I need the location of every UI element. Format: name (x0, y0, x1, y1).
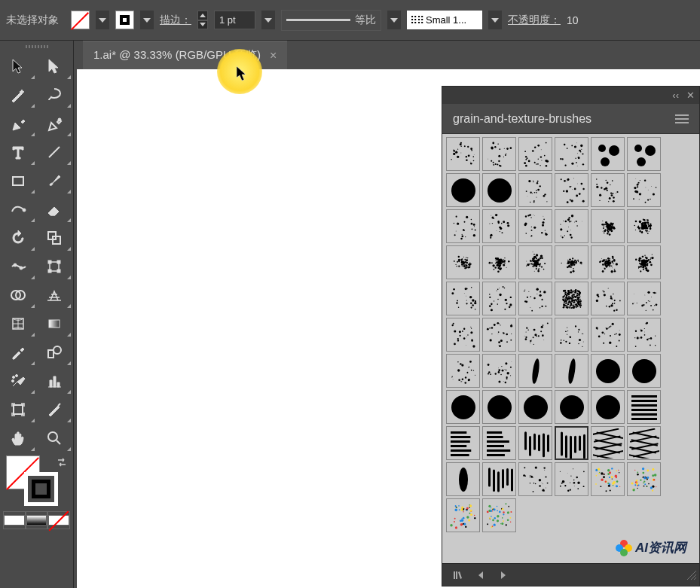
magic-wand-tool[interactable] (0, 81, 36, 109)
brush-dust-2[interactable] (482, 318, 516, 352)
zoom-tool[interactable] (36, 424, 72, 452)
brush-dust-1[interactable] (446, 318, 480, 352)
stroke-indicator[interactable] (24, 472, 58, 506)
perspective-grid-tool[interactable] (36, 281, 72, 309)
gradient-mode[interactable] (26, 511, 48, 529)
type-tool[interactable] (0, 138, 36, 166)
brush-weave-1[interactable] (591, 426, 625, 460)
brush-sparse-2[interactable] (627, 282, 661, 315)
brush-bars-2[interactable] (555, 426, 588, 460)
width-tool[interactable] (0, 252, 36, 281)
brush-dust-6[interactable] (627, 318, 661, 352)
brush-noise-2[interactable] (482, 209, 516, 243)
opacity-label[interactable]: 不透明度： (508, 14, 561, 27)
brush-dots-big[interactable] (591, 137, 625, 171)
brush-cluster-6[interactable] (627, 245, 661, 279)
profile-dropdown[interactable] (387, 11, 401, 29)
brush-stroke-1[interactable] (518, 354, 552, 388)
brush-haze-2[interactable] (482, 282, 516, 315)
brush-sparse-1[interactable] (591, 282, 625, 315)
panel-menu-icon[interactable] (675, 114, 689, 123)
brush-definition[interactable]: ⠿⠿ Small 1... (407, 11, 482, 29)
brush-disc-6[interactable] (555, 390, 588, 424)
brush-spatter-2[interactable] (482, 137, 516, 171)
brush-dust-5[interactable] (591, 318, 625, 352)
step-down-icon[interactable] (197, 20, 208, 30)
stroke-weight-stepper[interactable] (197, 11, 208, 29)
brush-fleck-2[interactable] (482, 354, 516, 388)
brush-disc-4[interactable] (482, 390, 516, 424)
brush-dust-3[interactable] (518, 318, 552, 352)
fill-dropdown[interactable] (96, 11, 109, 29)
brush-confetti-2[interactable] (627, 462, 661, 496)
stroke-weight-input[interactable] (214, 11, 255, 29)
brush-confetti-3[interactable] (446, 498, 480, 532)
next-icon[interactable] (498, 570, 509, 580)
color-mode[interactable] (3, 511, 26, 529)
brush-dropdown[interactable] (488, 11, 502, 29)
brush-noise-1[interactable] (446, 209, 480, 243)
close-tab-icon[interactable]: × (270, 49, 277, 62)
stroke-dropdown[interactable] (140, 11, 154, 29)
gradient-tool[interactable] (36, 309, 72, 338)
brush-strokes-multi[interactable] (482, 462, 516, 496)
brush-faint-1[interactable] (518, 462, 552, 496)
eyedropper-tool[interactable] (0, 338, 36, 367)
brush-blob-1[interactable] (446, 462, 480, 496)
rectangle-tool[interactable] (0, 166, 36, 195)
swap-fill-stroke-icon[interactable] (57, 457, 67, 471)
brush-hatch-2[interactable] (482, 426, 516, 460)
document-tab[interactable]: 1.ai* @ 33.33% (RGB/GPU 预览) × (83, 41, 287, 69)
eraser-tool[interactable] (36, 195, 72, 224)
brush-disc-1[interactable] (591, 354, 625, 388)
brush-spatter-1[interactable] (446, 137, 480, 171)
brush-cluster-3[interactable] (518, 245, 552, 279)
hand-tool[interactable] (0, 424, 36, 452)
stroke-weight-dropdown[interactable] (261, 11, 275, 29)
shaper-tool[interactable] (0, 195, 36, 224)
lasso-tool[interactable] (36, 81, 72, 109)
brush-cluster-1[interactable] (446, 245, 480, 279)
brush-haze-3[interactable] (518, 282, 552, 315)
brush-splash-1[interactable] (591, 209, 625, 243)
brush-confetti-4[interactable] (482, 498, 516, 532)
paintbrush-tool[interactable] (36, 166, 72, 195)
brush-faint-2[interactable] (555, 462, 588, 496)
variable-width-profile[interactable]: 等比 (281, 10, 381, 31)
shape-builder-tool[interactable] (0, 281, 36, 309)
artboard-tool[interactable] (0, 395, 36, 424)
brush-noise-3[interactable] (518, 209, 552, 243)
stroke-label[interactable]: 描边： (160, 14, 191, 27)
brush-grain-3[interactable] (591, 173, 625, 207)
scale-tool[interactable] (36, 224, 72, 252)
brush-disc-3[interactable] (446, 390, 480, 424)
brush-stroke-2[interactable] (555, 354, 588, 388)
resize-grip-icon[interactable] (687, 569, 696, 583)
slice-tool[interactable] (36, 395, 72, 424)
brush-dense-grain[interactable] (555, 282, 588, 315)
toolbar-grip[interactable] (0, 41, 73, 52)
brush-grain-1[interactable] (518, 173, 552, 207)
brush-hatch-1[interactable] (446, 426, 480, 460)
collapse-icon[interactable]: ‹‹ (672, 90, 679, 101)
brush-solid-circle-1[interactable] (446, 173, 480, 207)
blend-tool[interactable] (36, 338, 72, 367)
symbol-sprayer-tool[interactable] (0, 367, 36, 395)
brush-disc-5[interactable] (518, 390, 552, 424)
brush-grain-4[interactable] (627, 173, 661, 207)
free-transform-tool[interactable] (36, 252, 72, 281)
brush-cluster-5[interactable] (591, 245, 625, 279)
brush-hatch-lines[interactable] (627, 390, 661, 424)
prev-icon[interactable] (475, 570, 486, 580)
library-icon[interactable] (453, 570, 463, 580)
mesh-tool[interactable] (0, 309, 36, 338)
brush-dust-4[interactable] (555, 318, 588, 352)
brush-disc-7[interactable] (591, 390, 625, 424)
brush-weave-2[interactable] (627, 426, 661, 460)
direct-selection-tool[interactable] (36, 52, 72, 81)
pen-tool[interactable] (0, 109, 36, 138)
line-tool[interactable] (36, 138, 72, 166)
fill-swatch[interactable] (71, 11, 90, 29)
column-graph-tool[interactable] (36, 367, 72, 395)
brush-noise-4[interactable] (555, 209, 588, 243)
